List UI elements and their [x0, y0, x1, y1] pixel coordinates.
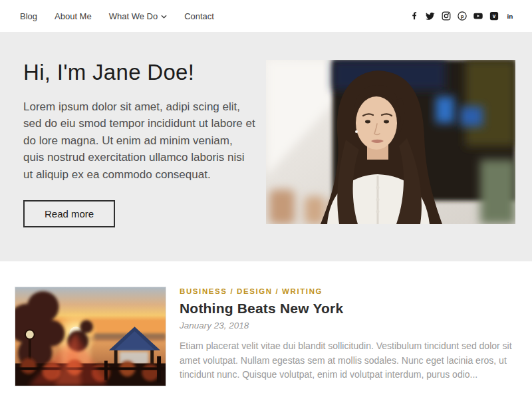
- social-links: pvin: [410, 11, 515, 21]
- vimeo-link[interactable]: v: [489, 11, 499, 21]
- post-title: Nothing Beats New York: [180, 301, 524, 317]
- hero-title: Hi, I'm Jane Doe!: [23, 60, 256, 85]
- youtube-icon: [473, 11, 483, 21]
- sunset-illustration: [15, 287, 166, 386]
- nav-item-blog[interactable]: Blog: [20, 11, 37, 21]
- post-date: January 23, 2018: [180, 321, 524, 331]
- hero-text-block: Hi, I'm Jane Doe! Lorem ipsum dolor sit …: [23, 60, 256, 261]
- linkedin-icon: in: [505, 11, 515, 21]
- hero-body: Lorem ipsum dolor sit amet, adipi scing …: [23, 98, 256, 184]
- post-thumbnail[interactable]: [15, 287, 166, 386]
- facebook-link[interactable]: [410, 11, 419, 21]
- chevron-down-icon: [161, 15, 167, 19]
- post-list: BUSINESS / DESIGN / WRITING Nothing Beat…: [0, 287, 532, 386]
- svg-text:v: v: [493, 13, 496, 19]
- portrait-illustration: [266, 60, 515, 224]
- category-separator: /: [273, 287, 282, 295]
- hero-image: [266, 60, 515, 224]
- nav-item-what-we-do[interactable]: What We Do: [109, 11, 167, 21]
- post-title-link[interactable]: Nothing Beats New York: [180, 301, 343, 316]
- instagram-link[interactable]: [442, 11, 451, 21]
- hero-section: Hi, I'm Jane Doe! Lorem ipsum dolor sit …: [0, 32, 532, 261]
- twitter-link[interactable]: [426, 11, 435, 21]
- nav-item-contact[interactable]: Contact: [184, 11, 214, 21]
- top-nav: BlogAbout MeWhat We DoContact pvin: [0, 0, 532, 32]
- twitter-icon: [426, 11, 435, 21]
- category-link-business[interactable]: BUSINESS: [180, 287, 227, 295]
- svg-text:p: p: [461, 13, 464, 19]
- pinterest-icon: p: [458, 11, 467, 21]
- nav-menu: BlogAbout MeWhat We DoContact: [20, 11, 214, 21]
- post-content: BUSINESS / DESIGN / WRITING Nothing Beat…: [180, 287, 524, 386]
- svg-text:in: in: [507, 13, 513, 20]
- category-link-design[interactable]: DESIGN: [237, 287, 273, 295]
- post-excerpt: Etiam placerat velit vitae dui blandit s…: [180, 339, 524, 382]
- read-more-button[interactable]: Read more: [23, 200, 115, 227]
- facebook-icon: [410, 11, 419, 21]
- nav-item-about-me[interactable]: About Me: [55, 11, 92, 21]
- category-separator: /: [227, 287, 237, 295]
- instagram-icon: [442, 11, 451, 21]
- youtube-link[interactable]: [473, 11, 483, 21]
- pinterest-link[interactable]: p: [458, 11, 467, 21]
- post-categories: BUSINESS / DESIGN / WRITING: [180, 287, 524, 295]
- category-link-writing[interactable]: WRITING: [282, 287, 323, 295]
- linkedin-link[interactable]: in: [505, 11, 515, 21]
- vimeo-icon: v: [489, 11, 499, 21]
